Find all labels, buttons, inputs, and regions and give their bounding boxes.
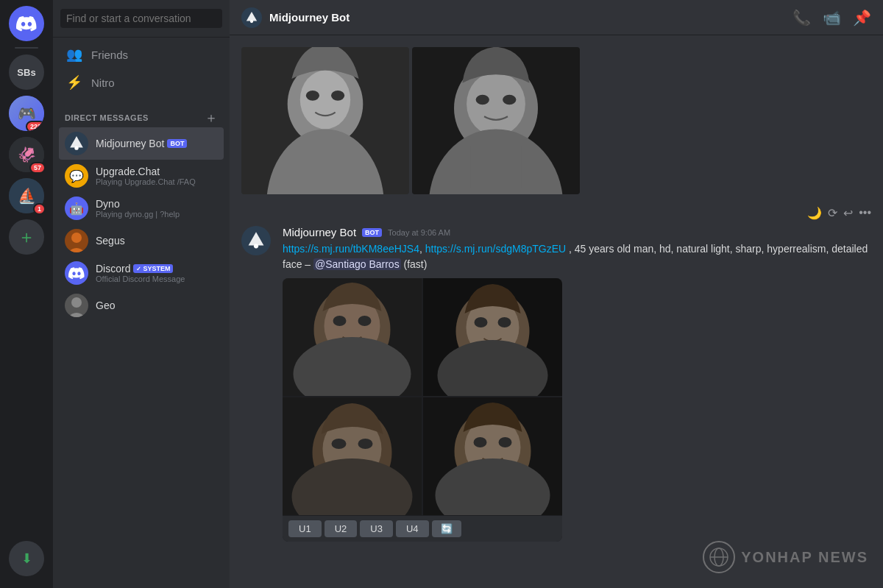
sailing-server[interactable]: ⛵ 1	[9, 178, 44, 213]
dyno-avatar: 🤖	[65, 196, 88, 220]
chat-header-actions: 📞 📹 📌	[792, 9, 871, 26]
svg-point-8	[306, 91, 319, 101]
midjourney-message: Midjourney Bot BOT Today at 9:06 AM http…	[241, 226, 871, 542]
dm-item-geo[interactable]: Geo	[59, 289, 224, 322]
video-icon[interactable]: 📹	[823, 9, 841, 26]
server-divider	[15, 47, 38, 49]
server-sidebar: SBs 🎮 223 🦑 57 ⛵ 1 ＋ ⬇	[0, 0, 53, 588]
search-input[interactable]	[60, 9, 222, 28]
top-images	[241, 47, 580, 194]
phone-icon[interactable]: 📞	[792, 9, 811, 26]
images-grid	[283, 278, 562, 515]
server-badge-2: 57	[29, 162, 46, 174]
server-badge: 223	[26, 121, 44, 131]
discord-name: Discord ✓ SYSTEM	[96, 263, 218, 274]
search-bar	[53, 0, 230, 38]
upgrade-name: Upgrade.Chat	[96, 166, 218, 177]
bw-photo-1	[241, 47, 409, 194]
svg-point-22	[358, 316, 372, 326]
svg-point-39	[474, 437, 487, 447]
dm-item-upgrade[interactable]: 💬 Upgrade.Chat Playing Upgrade.Chat /FAQ	[59, 160, 224, 192]
dm-sidebar: 👥 Friends ⚡ Nitro DIRECT MESSAGES ＋ Midj…	[53, 0, 230, 588]
dm-section: DIRECT MESSAGES ＋ Midjourney Bot BOT 💬	[53, 99, 230, 325]
dm-add-button[interactable]: ＋	[205, 111, 218, 124]
midjourney-name: Midjourney Bot BOT	[96, 138, 218, 149]
dark-server[interactable]: 🦑 57	[9, 137, 44, 172]
discord-avatar	[65, 261, 88, 285]
chat-title: Midjourney Bot	[269, 11, 350, 24]
segus-info: Segus	[96, 235, 218, 247]
dm-item-segus[interactable]: Segus	[59, 224, 224, 257]
svg-point-40	[499, 437, 512, 447]
upgrade-avatar: 💬	[65, 164, 88, 188]
message-link-1[interactable]: https://s.mj.run/tbKM8eeHJS4	[283, 243, 419, 255]
nitro-icon: ⚡	[66, 74, 82, 91]
add-server-button[interactable]: ＋	[9, 219, 44, 255]
home-button[interactable]	[9, 6, 44, 41]
download-button[interactable]: ⬇	[9, 541, 44, 576]
sbs-label: SBs	[17, 67, 35, 78]
svg-point-28	[498, 317, 511, 327]
watermark-logo	[703, 541, 735, 573]
friends-label: Friends	[91, 49, 128, 61]
message-avatar	[241, 226, 271, 255]
u4-button[interactable]: U4	[396, 520, 429, 537]
message-suffix: (fast)	[404, 258, 428, 270]
message-reactions-top: 🌙 ⟳ ↩ •••	[241, 206, 871, 220]
message-link-2[interactable]: https://s.mj.run/sdgM8pTGzEU	[425, 243, 566, 255]
nitro-nav[interactable]: ⚡ Nitro	[59, 68, 224, 96]
message-bot-badge: BOT	[362, 228, 382, 237]
svg-point-12	[467, 72, 525, 136]
emoji-react-icon[interactable]: 🌙	[807, 206, 822, 220]
friends-nav[interactable]: 👥 Friends	[59, 40, 224, 68]
dyno-status: Playing dyno.gg | ?help	[96, 210, 218, 219]
chat-messages: 🌙 ⟳ ↩ ••• Midjourney Bot BOT Today at 9:…	[230, 35, 883, 588]
watermark: YONHAP NEWS	[703, 541, 868, 573]
svg-rect-16	[471, 146, 521, 188]
message-content: Midjourney Bot BOT Today at 9:06 AM http…	[283, 226, 871, 542]
u2-button[interactable]: U2	[325, 520, 358, 537]
purple-server[interactable]: 🎮 223	[9, 96, 44, 131]
svg-point-15	[503, 95, 516, 105]
dm-item-discord[interactable]: Discord ✓ SYSTEM Official Discord Messag…	[59, 257, 224, 289]
u3-button[interactable]: U3	[360, 520, 393, 537]
nitro-label: Nitro	[91, 77, 115, 89]
dm-item-midjourney[interactable]: Midjourney Bot BOT	[59, 127, 224, 160]
bot-badge: BOT	[167, 139, 187, 148]
svg-point-3	[250, 19, 253, 22]
svg-point-9	[331, 91, 344, 101]
dyno-name: Dyno	[96, 198, 218, 210]
pin-icon[interactable]: 📌	[853, 9, 871, 26]
server-badge-3: 1	[33, 203, 46, 215]
dyno-info: Dyno Playing dyno.gg | ?help	[96, 198, 218, 219]
grid-image-4	[423, 397, 562, 515]
svg-point-6	[300, 71, 350, 130]
sbs-server[interactable]: SBs	[9, 54, 44, 90]
svg-point-0	[74, 146, 78, 150]
midjourney-info: Midjourney Bot BOT	[96, 138, 218, 149]
watermark-text: YONHAP NEWS	[741, 549, 868, 566]
geo-name: Geo	[96, 300, 218, 311]
dm-section-title: DIRECT MESSAGES	[65, 113, 149, 122]
reply-icon[interactable]: ↩	[843, 206, 853, 220]
svg-point-14	[476, 95, 489, 105]
friends-icon: 👥	[66, 46, 82, 63]
chat-header-left: Midjourney Bot	[241, 7, 350, 28]
geo-info: Geo	[96, 300, 218, 311]
grid-image-3	[283, 397, 422, 515]
geo-avatar	[65, 294, 88, 317]
grid-image-2	[423, 278, 562, 396]
refresh-button[interactable]: 🔄	[432, 520, 461, 537]
generated-images: U1 U2 U3 U4 🔄	[283, 278, 562, 542]
svg-point-21	[333, 316, 347, 326]
discord-status: Official Discord Message	[96, 274, 218, 283]
chat-header: Midjourney Bot 📞 📹 📌	[230, 0, 883, 35]
more-icon[interactable]: •••	[859, 206, 871, 220]
svg-point-34	[358, 439, 373, 449]
forward-icon[interactable]: ⟳	[828, 206, 837, 220]
refresh-icon: 🔄	[441, 523, 453, 534]
segus-name: Segus	[96, 235, 218, 247]
u1-button[interactable]: U1	[288, 520, 322, 537]
dm-item-dyno[interactable]: 🤖 Dyno Playing dyno.gg | ?help	[59, 192, 224, 224]
message-mention: @Santiago Barros	[313, 258, 401, 270]
